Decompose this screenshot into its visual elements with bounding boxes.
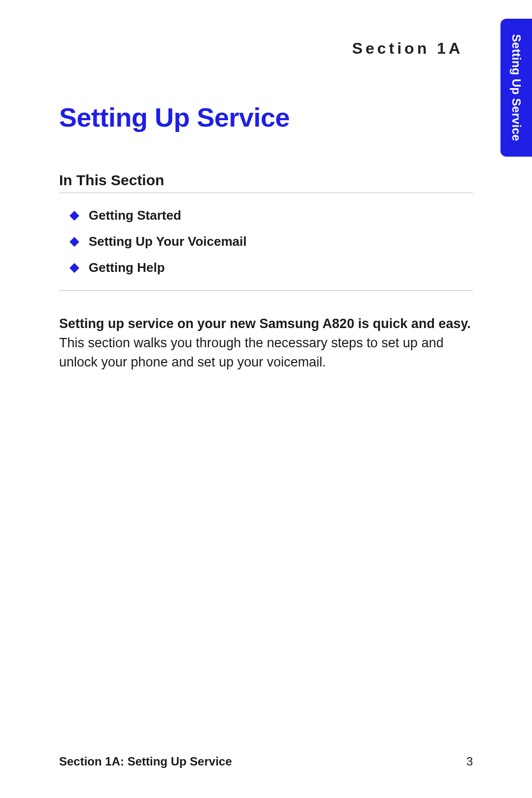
- toc-item-label: Setting Up Your Voicemail: [89, 234, 247, 249]
- toc-item[interactable]: Setting Up Your Voicemail: [71, 234, 473, 249]
- section-label: Section 1A: [59, 39, 473, 58]
- intro-paragraph: Setting up service on your new Samsung A…: [59, 314, 473, 372]
- side-tab[interactable]: Setting Up Service: [500, 19, 532, 157]
- intro-bold: Setting up service on your new Samsung A…: [59, 316, 471, 331]
- page-number: 3: [466, 755, 473, 768]
- page-container: Section 1A Setting Up Service In This Se…: [0, 0, 532, 798]
- diamond-icon: [69, 211, 79, 221]
- toc-item-label: Getting Started: [89, 208, 181, 223]
- divider: [59, 290, 473, 291]
- toc-item[interactable]: Getting Started: [71, 208, 473, 223]
- toc-item-label: Getting Help: [89, 260, 165, 275]
- diamond-icon: [69, 263, 79, 273]
- divider: [59, 193, 473, 193]
- page-footer: Section 1A: Setting Up Service 3: [59, 755, 473, 768]
- footer-section-label: Section 1A: Setting Up Service: [59, 755, 232, 768]
- page-title: Setting Up Service: [59, 102, 473, 133]
- toc-list: Getting Started Setting Up Your Voicemai…: [59, 208, 473, 275]
- toc-item[interactable]: Getting Help: [71, 260, 473, 275]
- side-tab-label: Setting Up Service: [509, 34, 523, 141]
- diamond-icon: [69, 237, 79, 247]
- in-this-section-heading: In This Section: [59, 172, 473, 189]
- intro-rest: This section walks you through the neces…: [59, 335, 443, 369]
